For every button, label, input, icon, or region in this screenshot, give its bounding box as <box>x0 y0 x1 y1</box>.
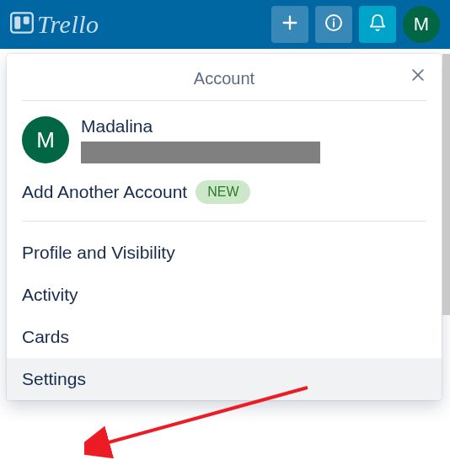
panel-title: Account <box>194 69 254 88</box>
bell-icon <box>368 13 387 35</box>
panel-header: Account <box>7 54 442 100</box>
user-avatar-initial: M <box>36 127 55 153</box>
info-button[interactable] <box>315 6 352 43</box>
user-email-redacted <box>81 142 320 163</box>
create-button[interactable] <box>271 6 308 43</box>
current-user: M Madalina <box>7 101 442 172</box>
account-menu: Profile and Visibility Activity Cards Se… <box>7 222 442 400</box>
add-another-account[interactable]: Add Another Account NEW <box>7 172 442 221</box>
user-avatar: M <box>22 116 69 163</box>
svg-point-6 <box>333 19 335 20</box>
scrollbar-thumb[interactable] <box>442 54 450 315</box>
notifications-button[interactable] <box>359 6 396 43</box>
new-badge: NEW <box>196 180 250 204</box>
trello-board-icon <box>10 11 34 38</box>
svg-rect-2 <box>24 16 29 24</box>
user-name: Madalina <box>81 116 320 136</box>
add-account-label: Add Another Account <box>22 182 187 202</box>
menu-settings[interactable]: Settings <box>7 358 442 400</box>
avatar-initial: M <box>414 13 429 35</box>
svg-rect-0 <box>11 13 33 32</box>
menu-profile-visibility[interactable]: Profile and Visibility <box>7 232 442 274</box>
account-panel: Account M Madalina Add Another Account N… <box>7 54 442 400</box>
trello-logo-text: Trello <box>37 10 99 39</box>
topbar: Trello M <box>0 0 450 49</box>
info-icon <box>324 13 344 36</box>
close-button[interactable] <box>406 66 430 89</box>
menu-activity[interactable]: Activity <box>7 274 442 316</box>
plus-icon <box>281 13 299 35</box>
close-icon <box>410 67 426 88</box>
svg-rect-1 <box>14 16 20 29</box>
menu-cards[interactable]: Cards <box>7 316 442 358</box>
user-avatar-button[interactable]: M <box>403 6 440 43</box>
trello-logo[interactable]: Trello <box>10 10 99 39</box>
